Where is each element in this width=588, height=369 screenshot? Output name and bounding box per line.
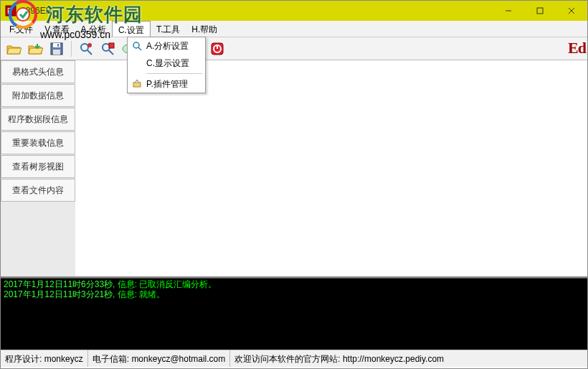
app-icon: E xyxy=(5,5,16,17)
menu-analyze[interactable]: A.分析 xyxy=(75,21,112,37)
dropdown-item-plugin-manager[interactable]: P.插件管理 xyxy=(128,75,205,93)
sidebar-tab-file-content[interactable]: 查看文件内容 xyxy=(1,179,75,202)
menu-view[interactable]: V.查看 xyxy=(39,21,75,37)
menu-file[interactable]: F.文件 xyxy=(4,21,39,37)
dropdown-item-analyze-settings[interactable]: A.分析设置 xyxy=(128,37,205,55)
menu-help[interactable]: H.帮助 xyxy=(186,21,223,37)
stop-analyze-button[interactable] xyxy=(98,39,118,59)
status-site: 欢迎访问本软件的官方网站: http://monkeycz.pediy.com xyxy=(230,350,587,367)
svg-point-12 xyxy=(87,43,92,47)
svg-line-11 xyxy=(87,50,92,55)
sidebar-tab-data-segment[interactable]: 程序数据段信息 xyxy=(1,108,75,131)
statusbar: 程序设计: monkeycz 电子信箱: monkeycz@hotmail.co… xyxy=(1,350,587,367)
open-file-button[interactable] xyxy=(4,39,24,59)
open-folder-button[interactable] xyxy=(25,39,45,59)
log-line: 2017年1月12日11时3分21秒, 信息: 就绪。 xyxy=(4,289,584,299)
dropdown-item-display-settings[interactable]: C.显示设置 xyxy=(128,55,205,72)
app-window: E 9896EB F.文件 V.查看 A.分析 C.设置 T.工具 H.帮助 ?… xyxy=(0,0,588,369)
main-body: 易格式头信息 附加数据信息 程序数据段信息 重要装载信息 查看树形视图 查看文件… xyxy=(1,60,587,278)
dropdown-item-label: A.分析设置 xyxy=(146,40,189,52)
brand-label: Ed xyxy=(568,39,586,57)
sidebar-tab-load-info[interactable]: 重要装载信息 xyxy=(1,131,75,154)
svg-point-10 xyxy=(81,44,88,51)
menu-tools[interactable]: T.工具 xyxy=(151,21,186,37)
dropdown-separator xyxy=(146,73,202,74)
svg-line-26 xyxy=(138,47,141,50)
svg-rect-8 xyxy=(53,50,60,55)
sidebar: 易格式头信息 附加数据信息 程序数据段信息 重要装载信息 查看树形视图 查看文件… xyxy=(1,60,75,276)
blank-icon xyxy=(131,57,143,69)
plugin-icon xyxy=(131,78,143,90)
svg-line-14 xyxy=(109,50,113,55)
svg-rect-3 xyxy=(537,8,543,14)
dropdown-item-label: P.插件管理 xyxy=(146,78,188,90)
sidebar-tab-extra-data[interactable]: 附加数据信息 xyxy=(1,84,75,107)
svg-text:E: E xyxy=(7,7,12,15)
toolbar: ? Ed xyxy=(1,37,587,60)
toolbar-separator xyxy=(71,41,72,57)
settings-dropdown: A.分析设置 C.显示设置 P.插件管理 xyxy=(127,37,206,93)
maximize-button[interactable] xyxy=(524,1,556,21)
svg-point-25 xyxy=(133,42,139,48)
sidebar-tab-tree-view[interactable]: 查看树形视图 xyxy=(1,155,75,178)
exit-button[interactable] xyxy=(207,39,227,59)
save-button[interactable] xyxy=(47,39,67,59)
minimize-button[interactable] xyxy=(493,1,524,21)
svg-rect-15 xyxy=(109,43,114,48)
svg-rect-27 xyxy=(133,83,141,87)
sidebar-tab-header-info[interactable]: 易格式头信息 xyxy=(1,60,75,83)
status-designer: 程序设计: monkeycz xyxy=(1,350,88,367)
window-controls xyxy=(493,1,587,21)
analyze-button[interactable] xyxy=(76,39,96,59)
menubar: F.文件 V.查看 A.分析 C.设置 T.工具 H.帮助 xyxy=(1,21,587,37)
log-panel[interactable]: 2017年1月12日11时6分33秒, 信息: 已取消反汇编分析。 2017年1… xyxy=(1,278,587,350)
dropdown-item-label: C.显示设置 xyxy=(146,57,189,70)
close-button[interactable] xyxy=(556,1,587,21)
svg-rect-7 xyxy=(53,43,60,47)
window-title: 9896EB xyxy=(21,6,493,16)
titlebar: E 9896EB xyxy=(1,1,587,21)
status-email: 电子信箱: monkeycz@hotmail.com xyxy=(88,350,231,367)
menu-settings[interactable]: C.设置 xyxy=(112,21,151,37)
svg-rect-9 xyxy=(57,44,59,47)
log-line: 2017年1月12日11时6分33秒, 信息: 已取消反汇编分析。 xyxy=(4,279,584,289)
analyze-settings-icon xyxy=(131,40,143,52)
